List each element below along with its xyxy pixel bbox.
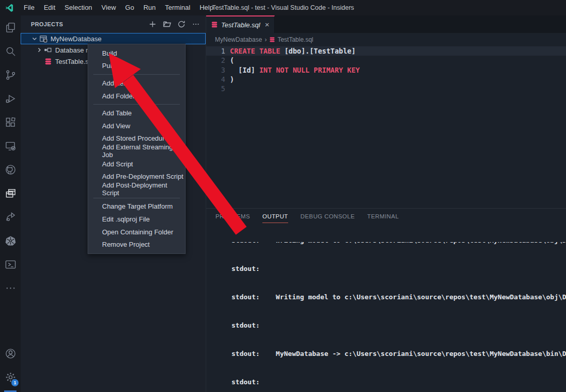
line-number: 1 — [206, 47, 230, 55]
extensions-icon[interactable] — [0, 110, 21, 134]
context-item-add-script[interactable]: Add Script — [88, 158, 185, 171]
menu-edit[interactable]: Edit — [39, 0, 60, 15]
sql-file-database-icon — [211, 21, 218, 28]
powershell-icon[interactable] — [0, 252, 21, 276]
line-number: 5 — [206, 84, 230, 93]
reference-icon — [43, 46, 53, 54]
breadcrumb-project[interactable]: MyNewDatabase — [215, 36, 262, 43]
breadcrumb-separator-icon: › — [264, 36, 267, 43]
vscode-window: File Edit Selection View Go Run Terminal… — [0, 0, 566, 392]
line-number: 2 — [206, 56, 230, 64]
tree-item-project[interactable]: MyNewDatabase — [21, 33, 206, 44]
output-line: stdout: — [231, 321, 566, 330]
context-item-add-folder[interactable]: Add Folder — [88, 90, 185, 103]
refresh-icon[interactable] — [176, 19, 187, 30]
database-projects-icon[interactable] — [0, 181, 21, 205]
tab-label: TestTable.sql — [221, 21, 260, 29]
breadcrumb-file[interactable]: TestTable.sql — [269, 36, 313, 43]
menu-separator — [93, 74, 180, 75]
menu-separator — [93, 104, 180, 105]
context-item-edit-sqlproj-file[interactable]: Edit .sqlproj File — [88, 213, 185, 226]
code-line-2: 2( — [206, 56, 566, 65]
live-share-icon[interactable] — [0, 205, 21, 229]
tab-terminal[interactable]: TERMINAL — [367, 213, 398, 223]
search-icon[interactable] — [0, 39, 21, 63]
output-log[interactable]: stdout: Writing model to c:\Users\scoria… — [206, 223, 566, 391]
kubernetes-icon[interactable] — [0, 229, 21, 252]
context-item-add-item[interactable]: Add Item... — [88, 77, 185, 90]
output-line: stdout: MyNewDatabase -> c:\Users\scoria… — [231, 349, 566, 359]
source-control-icon[interactable] — [0, 63, 21, 87]
menu-help[interactable]: Help — [195, 0, 218, 15]
menu-terminal[interactable]: Terminal — [160, 0, 195, 15]
vscode-insiders-logo-icon — [5, 3, 14, 12]
run-and-debug-icon[interactable] — [0, 87, 21, 110]
menu-run[interactable]: Run — [139, 0, 160, 15]
explorer-icon[interactable] — [0, 15, 21, 39]
context-item-build[interactable]: Build — [88, 47, 185, 60]
menu-separator — [93, 198, 180, 198]
context-item-add-post-deployment-script[interactable]: Add Post-Deployment Script — [88, 183, 185, 196]
sidebar-title: PROJECTS — [31, 21, 147, 27]
context-item-add-pre-deployment-script[interactable]: Add Pre-Deployment Script — [88, 170, 185, 183]
activity-bar: 1 — [0, 15, 21, 392]
context-item-open-containing-folder[interactable]: Open Containing Folder — [88, 226, 185, 238]
menu-view[interactable]: View — [97, 0, 121, 15]
line-number: 3 — [206, 66, 230, 74]
tab-testtable-sql[interactable]: TestTable.sql × — [206, 15, 275, 33]
title-bar: File Edit Selection View Go Run Terminal… — [0, 0, 566, 15]
output-line: stdout: — [231, 264, 566, 274]
context-item-add-view[interactable]: Add View — [88, 120, 185, 132]
sidebar-header: PROJECTS — [21, 15, 206, 33]
bottom-panel: PROBLEMS OUTPUT DEBUG CONSOLE TERMINAL s… — [206, 208, 566, 391]
settings-gear-icon[interactable]: 1 — [0, 365, 21, 389]
code-line-4: 4) — [206, 75, 566, 84]
code-line-5: 5 — [206, 84, 566, 93]
editor-group: TestTable.sql × MyNewDatabase › TestTabl… — [206, 15, 566, 392]
code-line-1: 1CREATE TABLE [dbo].[TestTable] — [206, 46, 566, 56]
context-item-add-table[interactable]: Add Table — [88, 107, 185, 120]
panel-tab-bar: PROBLEMS OUTPUT DEBUG CONSOLE TERMINAL — [206, 209, 566, 223]
tab-problems[interactable]: PROBLEMS — [215, 213, 250, 223]
github-icon[interactable] — [0, 158, 21, 181]
project-context-menu: Build Publish Add Item... Add Folder Add… — [88, 44, 186, 254]
tab-output[interactable]: OUTPUT — [262, 213, 288, 223]
sql-file-database-icon — [269, 37, 275, 43]
sql-file-database-icon — [43, 58, 53, 65]
more-views-icon[interactable] — [0, 276, 21, 300]
remote-explorer-icon[interactable] — [0, 134, 21, 158]
context-item-change-target-platform[interactable]: Change Target Platform — [88, 200, 185, 213]
code-line-3: 3 [Id] INT NOT NULL PRIMARY KEY — [206, 65, 566, 75]
close-icon[interactable]: × — [265, 21, 270, 28]
output-line: stdout: — [231, 378, 566, 387]
menu-go[interactable]: Go — [121, 0, 139, 15]
sql-project-icon — [39, 35, 48, 43]
editor-tab-bar: TestTable.sql × — [206, 15, 566, 33]
context-item-add-external-streaming-job[interactable]: Add External Streaming Job — [88, 145, 185, 158]
context-item-remove-project[interactable]: Remove Project — [88, 238, 185, 251]
more-actions-icon[interactable] — [190, 19, 202, 30]
menu-file[interactable]: File — [19, 0, 39, 15]
open-folder-icon[interactable] — [161, 19, 173, 30]
tab-debug-console[interactable]: DEBUG CONSOLE — [301, 213, 355, 223]
add-project-icon[interactable] — [147, 19, 158, 30]
breadcrumb: MyNewDatabase › TestTable.sql — [206, 33, 566, 46]
context-item-publish[interactable]: Publish — [88, 60, 185, 73]
menu-selection[interactable]: Selection — [60, 0, 96, 15]
accounts-icon[interactable] — [0, 342, 21, 365]
output-clipped-line: stdout: Writing model to c:\Users\scoria… — [231, 242, 566, 246]
code-editor[interactable]: 1CREATE TABLE [dbo].[TestTable] 2( 3 [Id… — [206, 46, 566, 208]
chevron-right-icon[interactable] — [35, 47, 43, 53]
output-line: stdout: Writing model to c:\Users\scoria… — [231, 293, 566, 302]
breadcrumb-file-label: TestTable.sql — [277, 36, 313, 43]
menu-bar: File Edit Selection View Go Run Terminal… — [19, 0, 218, 15]
tree-item-label: MyNewDatabase — [51, 35, 102, 43]
context-item-add-stored-procedure[interactable]: Add Stored Procedure — [88, 132, 185, 145]
settings-badge: 1 — [11, 379, 19, 386]
chevron-down-icon[interactable] — [30, 36, 39, 42]
line-number: 4 — [206, 75, 230, 83]
